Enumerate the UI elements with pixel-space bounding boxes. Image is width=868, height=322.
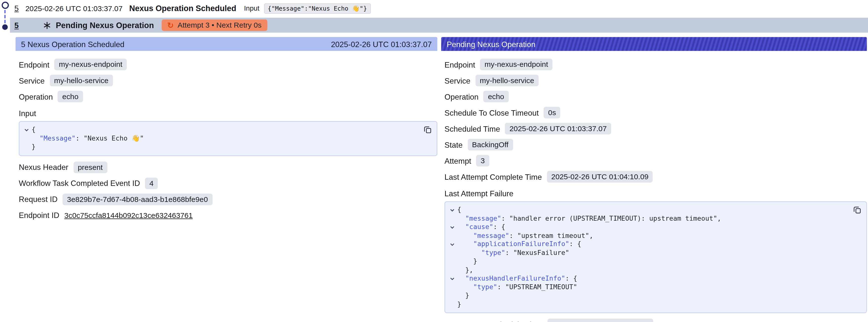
detail-field-row: Endpointmy-nexus-endpoint bbox=[444, 59, 867, 70]
field-value-badge: 2025-02-26 UTC 01:04:10.09 bbox=[547, 171, 653, 183]
code-text: "message": "handler error (UPSTREAM_TIME… bbox=[457, 214, 721, 223]
pending-panel-header: Pending Nexus Operation bbox=[441, 37, 867, 51]
timeline-current-node-icon bbox=[2, 24, 8, 30]
code-line: "type": "NexusFailure" bbox=[447, 249, 847, 257]
event-timeline bbox=[1, 2, 9, 30]
code-gutter bbox=[22, 143, 32, 151]
detail-field-row: Nexus Headerpresent bbox=[19, 161, 437, 173]
event-fields-top: Endpointmy-nexus-endpointServicemy-hello… bbox=[19, 59, 437, 102]
code-text: } bbox=[457, 257, 477, 266]
retry-attempt-badge: ↻ Attempt 3 • Next Retry 0s bbox=[162, 20, 267, 31]
code-gutter bbox=[447, 283, 457, 292]
detail-field-row: Operationecho bbox=[19, 91, 437, 102]
detail-field-row: Next Attempt Schedule Time2025-02-26 UTC… bbox=[444, 319, 867, 322]
field-label: Last Attempt Complete Time bbox=[444, 172, 542, 181]
copy-icon[interactable] bbox=[852, 205, 863, 215]
field-label: Attempt bbox=[444, 156, 471, 165]
collapse-chevron-icon[interactable] bbox=[447, 275, 457, 283]
field-label: Service bbox=[19, 76, 45, 85]
code-text: "type": "UPSTREAM_TIMEOUT" bbox=[457, 283, 577, 292]
code-text: { bbox=[457, 206, 461, 215]
field-label: Scheduled Time bbox=[444, 124, 500, 133]
code-gutter bbox=[447, 266, 457, 275]
code-line: } bbox=[447, 291, 847, 300]
pending-panel-body: Endpointmy-nexus-endpointServicemy-hello… bbox=[441, 51, 867, 322]
field-label: Request ID bbox=[19, 195, 58, 204]
field-value-badge: 0s bbox=[544, 107, 561, 118]
field-label: Endpoint ID bbox=[19, 211, 59, 220]
field-label: Workflow Task Completed Event ID bbox=[19, 179, 140, 188]
copy-icon[interactable] bbox=[423, 125, 433, 135]
workflow-history-view: 5 2025-02-26 UTC 01:03:37.07 Nexus Opera… bbox=[0, 0, 868, 322]
event-detail-panel: 5 Nexus Operation Scheduled 2025-02-26 U… bbox=[16, 37, 437, 322]
collapse-chevron-icon[interactable] bbox=[447, 240, 457, 249]
field-label: Endpoint bbox=[444, 60, 475, 69]
failure-json-viewer: { "message": "handler error (UPSTREAM_TI… bbox=[444, 201, 867, 313]
code-line: { bbox=[22, 126, 418, 134]
code-line: } bbox=[447, 300, 847, 309]
code-text: "type": "NexusFailure" bbox=[457, 249, 569, 257]
field-label: Schedule To Close Timeout bbox=[444, 108, 539, 117]
code-gutter bbox=[447, 231, 457, 240]
code-text: } bbox=[457, 300, 461, 309]
code-gutter bbox=[447, 214, 457, 223]
code-text: "cause": { bbox=[457, 223, 505, 231]
code-gutter bbox=[447, 300, 457, 309]
code-line: "cause": { bbox=[447, 223, 847, 231]
code-text: "nexusHandlerFailureInfo": { bbox=[457, 275, 577, 283]
pending-operation-panel: Pending Nexus Operation Endpointmy-nexus… bbox=[441, 37, 867, 322]
field-value-badge: 4 bbox=[145, 177, 158, 189]
event-input-label: Input bbox=[244, 4, 259, 12]
detail-field-row: Last Attempt Complete Time2025-02-26 UTC… bbox=[444, 171, 867, 183]
field-label: Operation bbox=[19, 92, 53, 101]
field-value-badge: my-nexus-endpoint bbox=[55, 59, 127, 70]
field-value-badge: 3 bbox=[476, 155, 489, 166]
detail-field-row: Endpointmy-nexus-endpoint bbox=[19, 59, 437, 70]
pending-panel-header-title: Pending Nexus Operation bbox=[447, 39, 536, 48]
pending-operation-row[interactable]: 5 Pending Nexus Operation ↻ Attempt 3 • … bbox=[10, 18, 868, 33]
failure-section-label: Last Attempt Failure bbox=[444, 189, 867, 198]
field-value-badge: BackingOff bbox=[468, 139, 513, 151]
code-line: }, bbox=[447, 266, 847, 275]
detail-panels: 5 Nexus Operation Scheduled 2025-02-26 U… bbox=[16, 37, 868, 322]
code-gutter bbox=[447, 249, 457, 257]
event-id-link[interactable]: 5 bbox=[14, 4, 19, 13]
collapse-chevron-icon[interactable] bbox=[22, 126, 32, 134]
code-text: "message": "upstream timeout", bbox=[457, 231, 593, 240]
detail-field-row: Servicemy-hello-service bbox=[444, 75, 867, 86]
event-fields-bottom: Nexus HeaderpresentWorkflow Task Complet… bbox=[19, 161, 437, 221]
pending-operation-icon bbox=[43, 21, 51, 29]
code-line: "message": "upstream timeout", bbox=[447, 231, 847, 240]
field-label: Nexus Header bbox=[19, 163, 68, 171]
pending-event-id-link[interactable]: 5 bbox=[14, 21, 19, 30]
retry-icon: ↻ bbox=[167, 21, 174, 29]
code-line: { bbox=[447, 206, 847, 215]
event-title: Nexus Operation Scheduled bbox=[129, 4, 236, 13]
detail-field-row: Endpoint ID3c0c75ccfa8144b092c13ce632463… bbox=[19, 209, 437, 221]
field-label: State bbox=[444, 140, 463, 149]
field-value-badge: 2025-02-26 UTC 01:03:37.07 bbox=[505, 123, 611, 134]
detail-field-row: Operationecho bbox=[444, 91, 867, 102]
collapse-chevron-icon[interactable] bbox=[447, 206, 457, 215]
code-text: { bbox=[32, 126, 35, 134]
pending-fields-bottom: Next Attempt Schedule Time2025-02-26 UTC… bbox=[444, 319, 867, 322]
code-line: "Message": "Nexus Echo 👋" bbox=[22, 134, 418, 143]
input-json-viewer: { "Message": "Nexus Echo 👋"} bbox=[19, 121, 437, 156]
event-history-row[interactable]: 5 2025-02-26 UTC 01:03:37.07 Nexus Opera… bbox=[0, 0, 868, 17]
field-value-badge: present bbox=[73, 161, 107, 173]
pending-fields-top: Endpointmy-nexus-endpointServicemy-hello… bbox=[444, 59, 867, 183]
collapse-chevron-icon[interactable] bbox=[447, 223, 457, 231]
timeline-open-node-icon bbox=[1, 2, 9, 9]
code-line: "message": "handler error (UPSTREAM_TIME… bbox=[447, 214, 847, 223]
failure-json-code: { "message": "handler error (UPSTREAM_TI… bbox=[447, 206, 847, 309]
code-gutter bbox=[22, 134, 32, 143]
field-value-link[interactable]: 3c0c75ccfa8144b092c13ce632463761 bbox=[64, 211, 193, 219]
timeline-connector bbox=[4, 10, 5, 23]
event-detail-header-title: 5 Nexus Operation Scheduled bbox=[21, 39, 124, 48]
code-text: } bbox=[32, 143, 35, 151]
field-value-badge: my-hello-service bbox=[475, 75, 538, 86]
event-input-preview-badge: {"Message":"Nexus Echo 👋"} bbox=[264, 3, 371, 13]
code-line: "nexusHandlerFailureInfo": { bbox=[447, 275, 847, 283]
field-value-badge: my-nexus-endpoint bbox=[480, 59, 552, 70]
code-line: "type": "UPSTREAM_TIMEOUT" bbox=[447, 283, 847, 292]
